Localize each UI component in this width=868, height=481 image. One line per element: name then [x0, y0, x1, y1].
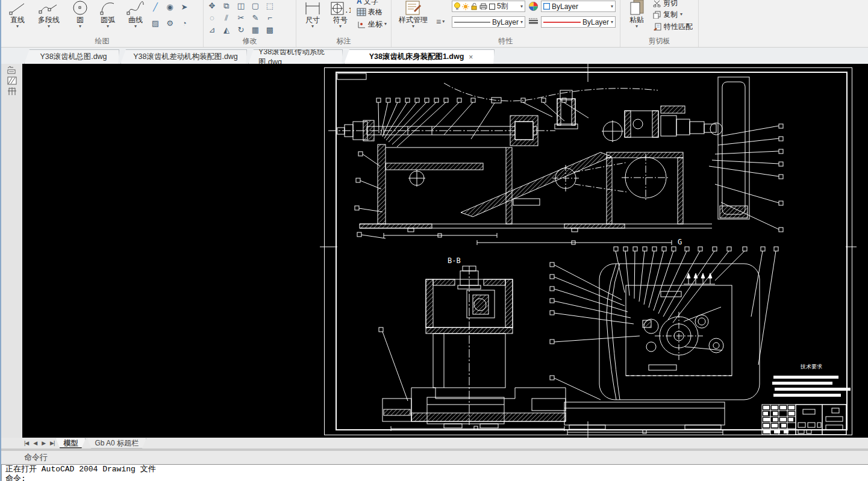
match-properties-icon: [653, 23, 661, 31]
copy-obj-icon[interactable]: ⧉: [220, 0, 233, 11]
arc-button[interactable]: 圆弧▾: [94, 0, 122, 35]
detail-label-g: G: [678, 238, 682, 246]
first-layout-button[interactable]: |◀: [24, 440, 28, 446]
fillet-icon[interactable]: ⊿: [206, 24, 218, 36]
layer-on-icon[interactable]: [454, 2, 460, 10]
layer-state-button[interactable]: ≡▾: [436, 17, 445, 26]
polyline-icon: [39, 0, 59, 16]
spline-button[interactable]: 曲线▾: [122, 0, 149, 35]
match-properties-button[interactable]: 特性匹配: [653, 20, 693, 33]
layer-color-swatch: [489, 4, 495, 10]
array-icon[interactable]: ▦: [249, 24, 261, 36]
clipboard-column: 剪切 复制 ▾ 特性匹配: [653, 0, 693, 35]
model-space-canvas[interactable]: B-B: [22, 64, 868, 438]
layer-combo[interactable]: 5割 ▾: [452, 1, 525, 12]
model-tab[interactable]: 模型: [55, 438, 86, 448]
coordinate-button[interactable]: 坐标 ▾: [357, 18, 387, 30]
close-tab-icon[interactable]: ×: [469, 53, 473, 61]
layout-nav: |◀ ◀ ▶ ▶|: [24, 440, 54, 446]
gear-train: [643, 307, 723, 360]
wipeout-icon[interactable]: ◔: [178, 17, 190, 33]
draw-panel-label[interactable]: 绘图: [1, 36, 203, 47]
table-button[interactable]: 表格: [357, 6, 387, 18]
paste-icon: [629, 0, 645, 16]
prev-layout-button[interactable]: ◀: [33, 440, 37, 446]
group-icon[interactable]: ⚙: [164, 17, 176, 33]
trim-icon[interactable]: ✂: [235, 12, 247, 23]
point-icon[interactable]: ➤: [178, 1, 190, 17]
color-wheel-icon[interactable]: [529, 2, 538, 11]
erase-icon[interactable]: ◌: [206, 12, 218, 23]
modify-panel-label[interactable]: 修改: [204, 36, 296, 47]
move-icon[interactable]: ✥: [206, 0, 218, 11]
color-combo[interactable]: ByLayer ▾: [541, 1, 616, 12]
ribbon-panel-annotate: 尺寸▾ .1 符号▾ A 文字 表格: [296, 0, 392, 47]
file-tab-4-active[interactable]: Y38滚齿机床身装配图1.dwg ×: [344, 49, 495, 64]
circle-button[interactable]: 圆▾: [66, 0, 94, 35]
command-line-area[interactable]: 正在打开 AutoCAD 2004 Drawing 文件 命令:: [1, 465, 868, 481]
scale-icon[interactable]: ▢: [249, 0, 261, 11]
annotate-panel-label[interactable]: 标注: [296, 36, 391, 47]
edit-hatch-icon[interactable]: ▩: [264, 24, 276, 36]
linetype-combo[interactable]: ByLayer ▾: [452, 16, 525, 28]
ribbon: 直线▾ 多段线▾ 圆▾ 圆弧▾: [1, 0, 868, 48]
copy-button[interactable]: 复制 ▾: [653, 8, 693, 20]
clipboard-panel-label[interactable]: 剪切板: [620, 36, 698, 47]
layer-name: 5割: [497, 1, 519, 11]
mirror-icon[interactable]: ◭: [220, 24, 233, 36]
file-tab-2[interactable]: Y38滚齿机差动机构装配图.dwg: [120, 49, 247, 64]
properties-panel-label[interactable]: 特性: [392, 36, 620, 47]
annotate-column: A 文字 表格 坐标 ▾: [357, 0, 387, 35]
line-button[interactable]: 直线▾: [4, 0, 31, 35]
dimension-button[interactable]: 尺寸▾: [299, 0, 326, 35]
coordinate-icon: [357, 20, 366, 28]
cut-button[interactable]: 剪切: [653, 0, 693, 8]
hatch-icon[interactable]: ▨: [149, 17, 161, 33]
file-tab-bar: Y38滚齿机总图.dwg Y38滚齿机差动机构装配图.dwg Y38滚齿机传动系…: [1, 48, 868, 64]
ribbon-filler: [699, 0, 868, 47]
copy-icon: [653, 11, 661, 19]
layout-tab-gb-a0[interactable]: Gb A0 标题栏: [87, 438, 146, 448]
ribbon-panel-properties: 样式管理▾ ≡▾ 5割 ▾: [392, 0, 620, 47]
table-icon: [357, 8, 366, 16]
symbol-button[interactable]: .1 符号▾: [326, 0, 354, 35]
style-manager-button[interactable]: 样式管理▾: [394, 0, 432, 35]
offset-icon[interactable]: ⫽: [220, 12, 233, 23]
stretch-icon[interactable]: ◫: [235, 0, 247, 11]
fence-filter-icon[interactable]: [5, 87, 19, 96]
right-panel: [718, 77, 749, 219]
text-style-icon[interactable]: [5, 65, 19, 75]
tech-requirements: 技术要求: [772, 364, 851, 397]
bed-structure: [360, 144, 712, 232]
spline-icon: [126, 0, 145, 16]
paste-button[interactable]: 粘贴▾: [623, 0, 651, 35]
line-icon: [8, 0, 27, 16]
layer-plot-icon[interactable]: [479, 3, 487, 10]
explode-icon[interactable]: ⬚: [264, 0, 276, 11]
lineweight-icon[interactable]: [529, 18, 538, 24]
layer-lock-icon[interactable]: [471, 3, 478, 10]
balloon-column-mid: [550, 262, 640, 400]
construction-line-icon[interactable]: ╱: [149, 1, 161, 17]
text-button[interactable]: A 文字: [357, 0, 387, 6]
region-icon[interactable]: ◉: [164, 1, 176, 17]
next-layout-button[interactable]: ▶: [42, 440, 45, 446]
lineweight-combo[interactable]: ByLayer ▾: [541, 16, 616, 28]
edit-icon[interactable]: ✎: [249, 12, 261, 23]
svg-text:.1: .1: [345, 7, 351, 14]
last-layout-button[interactable]: ▶|: [50, 440, 54, 446]
layer-freeze-icon[interactable]: [462, 3, 469, 10]
polyline-button[interactable]: 多段线▾: [31, 0, 66, 35]
balloon-row-g: [614, 247, 778, 365]
file-tab-1[interactable]: Y38滚齿机总图.dwg: [24, 49, 119, 64]
main-view-dimensions: [384, 233, 672, 245]
file-tab-3[interactable]: Y38滚齿机传动系统图.dwg: [248, 49, 343, 64]
command-panel-header[interactable]: 命令行: [1, 451, 868, 465]
join-icon[interactable]: ⌐: [264, 12, 276, 23]
arrow-markers: [684, 273, 715, 284]
autocad-window: 直线▾ 多段线▾ 圆▾ 圆弧▾: [0, 0, 868, 481]
left-tool-strip: [1, 64, 22, 438]
rotate-icon[interactable]: ↻: [235, 24, 247, 36]
linetype-sample: [454, 21, 490, 23]
hatch-pattern-icon[interactable]: [5, 76, 19, 85]
